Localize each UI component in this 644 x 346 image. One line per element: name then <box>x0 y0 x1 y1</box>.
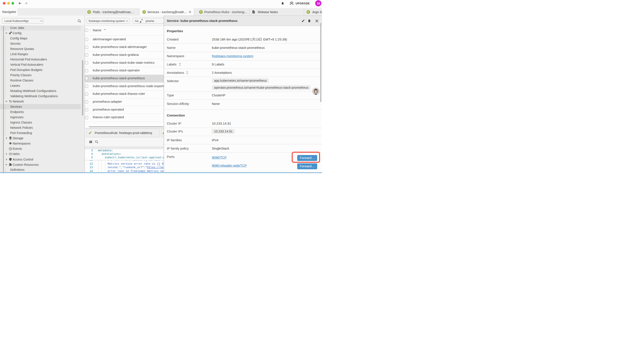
svg-text:HELM: HELM <box>9 153 12 155</box>
